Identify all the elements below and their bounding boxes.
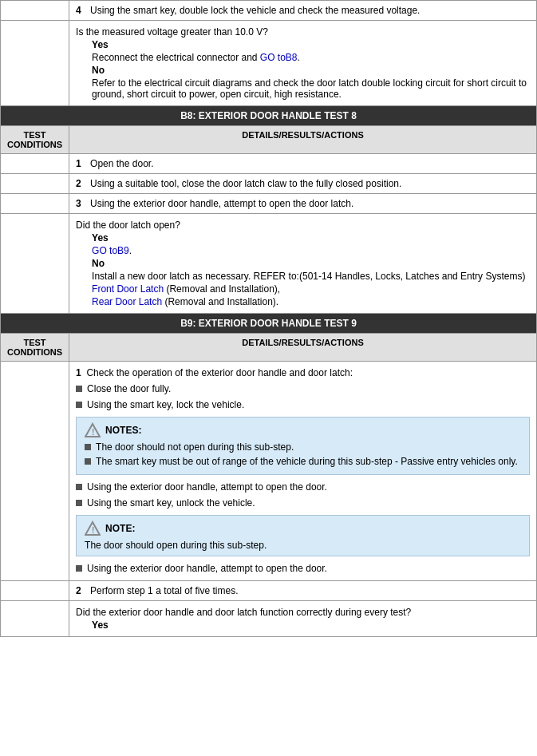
yes-action-text: Reconnect the electrical connector and G… [76,52,530,63]
b9-final-question-row: Did the exterior door handle and door la… [1,601,537,637]
rear-door-latch-link[interactable]: Rear Door Latch [92,296,162,307]
b9-section-header: B9: EXTERIOR DOOR HANDLE TEST 9 [1,314,537,334]
b9-bullet2-text: Using the smart key, lock the vehicle. [87,399,244,410]
voltage-question-content: Is the measured voltage greater than 10.… [69,21,537,106]
b8-links: Front Door Latch (Removal and Installati… [76,283,530,295]
note-label2: NOTE: [105,523,135,534]
bullet-square-icon [85,444,91,450]
b8-step1-row: 1 Open the door. [1,154,537,174]
empty-condition-cell-2 [1,21,69,106]
b8-branching-row: Did the door latch open? Yes GO toB9. No… [1,214,537,314]
b8-question: Did the door latch open? [76,220,530,231]
bullet-square-icon [76,386,82,392]
note3-text-container: The door should open during this sub-ste… [85,540,521,551]
b9-step1-intro: 1 Check the operation of the exterior do… [76,367,530,378]
b9-step2-condition [1,581,69,601]
b9-column-headers: TEST CONDITIONS DETAILS/RESULTS/ACTIONS [1,334,537,362]
notes-bullet2: The smart key must be out of range of th… [85,456,521,467]
b8-section-header-row: B8: EXTERIOR DOOR HANDLE TEST 8 [1,106,537,126]
no-label: No [76,65,530,76]
b9-step1-row: 1 Check the operation of the exterior do… [1,362,537,581]
b9-note-box2: ! NOTE: The door should open during this… [76,515,530,556]
b9-col1-header: TEST CONDITIONS [1,334,69,362]
note3-text: The door should open during this sub-ste… [85,540,267,551]
b9-step2-content: 2 Perform step 1 a total of five times. [69,581,537,601]
b8-yes-link: GO toB9. [76,245,530,256]
b9-bullet4-text: Using the smart key, unlock the vehicle. [87,497,255,509]
b9-final-content: Did the exterior door handle and door la… [69,601,537,637]
bullet-square-icon [76,565,82,572]
b9-bullet3: Using the exterior door handle, attempt … [76,481,530,493]
b9-final-yes: Yes [76,619,530,631]
bullet-square-icon [76,500,82,506]
voltage-question-row: Is the measured voltage greater than 10.… [1,21,537,106]
note-header2: ! NOTE: [85,520,521,536]
step-number: 2 [76,585,81,596]
b8-no-label: No [76,258,530,269]
b8-column-headers: TEST CONDITIONS DETAILS/RESULTS/ACTIONS [1,126,537,154]
b9-final-question-text: Did the exterior door handle and door la… [76,607,530,618]
b8-col2-header: DETAILS/RESULTS/ACTIONS [69,126,537,154]
empty-condition-cell [1,1,69,21]
b9-bullet1: Close the door fully. [76,383,530,394]
b8-col1-header: TEST CONDITIONS [1,126,69,154]
b8-no-text: Install a new door latch as necessary. R… [76,271,530,282]
go-to-b8-link[interactable]: GO toB8 [260,52,298,63]
svg-text:!: ! [92,526,94,535]
b8-step2-row: 2 Using a suitable tool, close the door … [1,174,537,194]
b8-step3-row: 3 Using the exterior door handle, attemp… [1,194,537,214]
b9-step2-row: 2 Perform step 1 a total of five times. [1,581,537,601]
yes-label: Yes [76,39,530,50]
b9-bullet5: Using the exterior door handle, attempt … [76,563,530,574]
step-number: 1 [76,158,81,169]
step-number: 3 [76,198,81,209]
step-text: Using a suitable tool, close the door la… [90,178,401,189]
question-text: Is the measured voltage greater than 10.… [76,26,530,38]
step-text: Using the exterior door handle, attempt … [90,198,353,209]
b8-section-header: B8: EXTERIOR DOOR HANDLE TEST 8 [1,106,537,126]
step-4-row: 4 Using the smart key, double lock the v… [1,1,537,21]
notes-bullet1: The door should not open during this sub… [85,441,521,453]
warning-triangle-icon-2: ! [85,520,101,536]
note1-text: The door should not open during this sub… [96,441,294,453]
step-text: Open the door. [90,158,153,169]
bullet-square-icon [76,402,82,408]
b8-step3-content: 3 Using the exterior door handle, attemp… [69,194,537,214]
no-action-text: Refer to the electrical circuit diagrams… [76,77,530,100]
b9-bullet2: Using the smart key, lock the vehicle. [76,399,530,410]
b9-step1-content: 1 Check the operation of the exterior do… [69,362,537,581]
b8-step1-content: 1 Open the door. [69,154,537,174]
b8-yes-label: Yes [76,232,530,243]
go-to-b9-link[interactable]: GO toB9 [92,245,129,256]
step-text: Perform step 1 a total of five times. [90,585,238,596]
b8-step3-condition [1,194,69,214]
b9-bullet3-text: Using the exterior door handle, attempt … [87,481,327,493]
b9-bullet5-text: Using the exterior door handle, attempt … [87,563,327,574]
b8-branching-content: Did the door latch open? Yes GO toB9. No… [69,214,537,314]
b9-bullet4: Using the smart key, unlock the vehicle. [76,497,530,509]
step-number: 4 [76,5,81,16]
b8-step2-content: 2 Using a suitable tool, close the door … [69,174,537,194]
b9-bullet1-text: Close the door fully. [87,383,171,394]
svg-text:!: ! [92,428,94,437]
b9-final-condition [1,601,69,637]
b8-rear-link: Rear Door Latch (Removal and Installatio… [76,296,530,307]
b8-step1-condition [1,154,69,174]
step-text: Using the smart key, double lock the veh… [90,5,420,16]
b8-step2-condition [1,174,69,194]
b8-branching-condition [1,214,69,314]
b9-section-header-row: B9: EXTERIOR DOOR HANDLE TEST 9 [1,314,537,334]
bullet-square-icon [76,484,82,490]
notes-header: ! NOTES: [85,422,521,438]
notes-label: NOTES: [105,425,141,436]
step-4-content: 4 Using the smart key, double lock the v… [69,1,537,21]
note2-text: The smart key must be out of range of th… [96,456,518,467]
bullet-square-icon [85,458,91,465]
b9-col2-header: DETAILS/RESULTS/ACTIONS [69,334,537,362]
front-door-latch-link[interactable]: Front Door Latch [92,283,164,295]
warning-triangle-icon: ! [85,422,101,438]
b9-notes-box: ! NOTES: The door should not open during… [76,417,530,475]
b9-step1-condition [1,362,69,581]
step-number: 2 [76,178,81,189]
